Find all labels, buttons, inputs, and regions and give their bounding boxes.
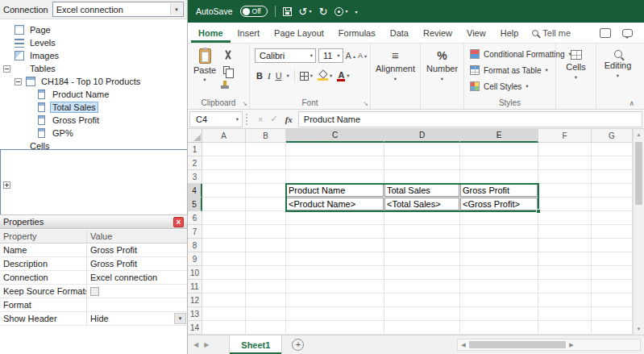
- cell-e11[interactable]: [460, 280, 538, 294]
- cell-a8[interactable]: [202, 239, 246, 252]
- cell-a10[interactable]: [202, 266, 246, 280]
- select-all-corner[interactable]: [188, 129, 202, 143]
- scroll-left-icon[interactable]: ◀: [458, 342, 469, 348]
- cell-f13[interactable]: [538, 307, 592, 321]
- italic-button[interactable]: I: [268, 71, 271, 81]
- cell-g4[interactable]: [592, 184, 633, 198]
- cancel-button[interactable]: ×: [258, 115, 263, 124]
- cell-f14[interactable]: [538, 321, 592, 335]
- cell-b8[interactable]: [246, 239, 286, 252]
- tree-item-tables[interactable]: Tables: [0, 62, 187, 75]
- cell-e14[interactable]: [460, 321, 538, 335]
- tree-expander-icon[interactable]: [3, 181, 10, 189]
- cell-g8[interactable]: [592, 239, 633, 252]
- cell-d3[interactable]: [384, 170, 460, 184]
- cell-e5[interactable]: <Gross Profit>: [460, 198, 538, 211]
- cell-styles-button[interactable]: Cell Styles ▾: [466, 78, 554, 94]
- save-button[interactable]: [283, 7, 292, 16]
- cell-b14[interactable]: [246, 321, 286, 335]
- vertical-scroll-thumb[interactable]: [635, 142, 642, 205]
- alignment-button[interactable]: ≡ Alignment ▾: [372, 46, 418, 96]
- cell-f12[interactable]: [538, 294, 592, 307]
- connection-dropdown[interactable]: Excel connection ▾: [52, 2, 184, 17]
- tree-expander-icon[interactable]: [15, 78, 22, 85]
- cell-a5[interactable]: [202, 198, 246, 211]
- cell-c12[interactable]: [286, 294, 384, 307]
- cell-e6[interactable]: [460, 211, 538, 225]
- cell-d1[interactable]: [384, 143, 460, 156]
- cell-g2[interactable]: [592, 156, 633, 170]
- tree-item-gross-profit[interactable]: Gross Profit: [0, 114, 187, 127]
- row-header-3[interactable]: 3: [188, 170, 202, 184]
- row-header-7[interactable]: 7: [188, 225, 202, 239]
- cell-c9[interactable]: [286, 252, 384, 266]
- column-header-c[interactable]: C: [286, 129, 384, 143]
- row-header-8[interactable]: 8: [188, 239, 202, 252]
- cell-g12[interactable]: [592, 294, 633, 307]
- share-icon[interactable]: [600, 28, 611, 38]
- column-header-g[interactable]: G: [592, 129, 633, 143]
- cell-d5[interactable]: <Total Sales>: [384, 198, 460, 211]
- cell-a6[interactable]: [202, 211, 246, 225]
- cell-g9[interactable]: [592, 252, 633, 266]
- cell-d14[interactable]: [384, 321, 460, 335]
- cell-f10[interactable]: [538, 266, 592, 280]
- formula-input[interactable]: Product Name: [298, 111, 642, 127]
- cell-f1[interactable]: [538, 143, 592, 156]
- chevron-down-icon[interactable]: ▾: [287, 73, 289, 79]
- cell-c13[interactable]: [286, 307, 384, 321]
- cell-d4[interactable]: Total Sales: [384, 184, 460, 198]
- cell-f4[interactable]: [538, 184, 592, 198]
- cell-a3[interactable]: [202, 170, 246, 184]
- cell-e7[interactable]: [460, 225, 538, 239]
- row-header-12[interactable]: 12: [188, 294, 202, 307]
- cell-f11[interactable]: [538, 280, 592, 294]
- cell-c5[interactable]: <Product Name>: [286, 198, 384, 211]
- tab-page-layout[interactable]: Page Layout: [267, 23, 331, 43]
- cell-e10[interactable]: [460, 266, 538, 280]
- sheet-tab-sheet1[interactable]: Sheet1: [229, 335, 282, 354]
- cut-button[interactable]: [223, 50, 234, 60]
- cell-a4[interactable]: [202, 184, 246, 198]
- row-header-11[interactable]: 11: [188, 280, 202, 294]
- cell-b5[interactable]: [246, 198, 286, 211]
- tab-view[interactable]: View: [459, 23, 493, 43]
- cell-c1[interactable]: [286, 143, 384, 156]
- borders-button[interactable]: ▾: [300, 72, 313, 81]
- paste-button[interactable]: Paste ▾: [192, 48, 218, 83]
- font-size-select[interactable]: 11 ▾: [318, 48, 343, 63]
- cell-b13[interactable]: [246, 307, 286, 321]
- chevron-down-icon[interactable]: ▾: [233, 116, 242, 123]
- cell-e9[interactable]: [460, 252, 538, 266]
- close-icon[interactable]: ×: [173, 217, 184, 227]
- cell-g1[interactable]: [592, 143, 633, 156]
- cell-d10[interactable]: [384, 266, 460, 280]
- row-header-10[interactable]: 10: [188, 266, 202, 280]
- cell-d7[interactable]: [384, 225, 460, 239]
- cell-b12[interactable]: [246, 294, 286, 307]
- horizontal-scroll-thumb[interactable]: [469, 341, 566, 348]
- property-row-show-header[interactable]: Show HeaderHide▾: [0, 312, 187, 326]
- cell-c8[interactable]: [286, 239, 384, 252]
- row-header-9[interactable]: 9: [188, 252, 202, 266]
- row-header-5[interactable]: 5: [188, 198, 202, 211]
- insert-function-button[interactable]: fx: [285, 115, 293, 124]
- cell-b4[interactable]: [246, 184, 286, 198]
- cell-b3[interactable]: [246, 170, 286, 184]
- font-dialog-launcher-icon[interactable]: ↘: [363, 101, 368, 107]
- tree-item-cells[interactable]: Cells: [0, 140, 187, 152]
- add-sheet-button[interactable]: +: [292, 339, 304, 351]
- cell-c6[interactable]: [286, 211, 384, 225]
- tab-review[interactable]: Review: [416, 23, 459, 43]
- cell-e8[interactable]: [460, 239, 538, 252]
- cell-f7[interactable]: [538, 225, 592, 239]
- cell-e13[interactable]: [460, 307, 538, 321]
- cell-f9[interactable]: [538, 252, 592, 266]
- cell-g3[interactable]: [592, 170, 633, 184]
- clipboard-dialog-launcher-icon[interactable]: ↘: [242, 101, 247, 107]
- column-header-e[interactable]: E: [460, 129, 538, 143]
- sheet-nav-left-icon[interactable]: ◀: [188, 341, 204, 348]
- row-header-1[interactable]: 1: [188, 143, 202, 156]
- cell-a14[interactable]: [202, 321, 246, 335]
- tree-item-page[interactable]: Page: [0, 23, 187, 36]
